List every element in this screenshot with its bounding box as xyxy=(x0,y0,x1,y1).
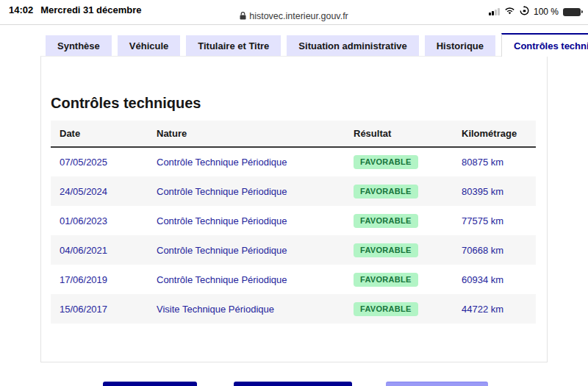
table-row: 04/06/2021 Contrôle Technique Périodique… xyxy=(51,235,536,265)
bottom-action-button-3[interactable] xyxy=(386,382,488,386)
bottom-action-button-2[interactable] xyxy=(234,382,352,386)
tab-controles-techniques[interactable]: Contrôles techniques xyxy=(501,33,588,57)
lock-icon xyxy=(240,12,246,20)
tab-synthese[interactable]: Synthèse xyxy=(46,35,112,56)
column-header-date: Date xyxy=(51,121,148,147)
cell-kilometrage: 60934 km xyxy=(453,265,536,294)
table-row: 07/05/2025 Contrôle Technique Périodique… xyxy=(51,147,536,176)
page-title: Contrôles techniques xyxy=(51,95,201,112)
cell-nature: Contrôle Technique Périodique xyxy=(148,147,345,176)
cell-kilometrage: 80395 km xyxy=(453,176,536,206)
cell-date: 24/05/2024 xyxy=(51,176,148,206)
table-row: 15/06/2017 Visite Technique Périodique F… xyxy=(51,294,536,324)
bottom-action-button-1[interactable] xyxy=(103,382,197,386)
cell-date: 17/06/2019 xyxy=(51,265,148,294)
column-header-kilometrage: Kilométrage xyxy=(453,121,536,147)
ipad-safari-screen: 14:02 Mercredi 31 décembre 100 % xyxy=(0,0,588,386)
column-header-resultat: Résultat xyxy=(345,121,453,147)
url-text: histovec.interieur.gouv.fr xyxy=(249,11,348,21)
tab-vehicule[interactable]: Véhicule xyxy=(118,35,180,56)
table-row: 17/06/2019 Contrôle Technique Périodique… xyxy=(51,265,536,294)
tab-titulaire-et-titre[interactable]: Titulaire et Titre xyxy=(186,35,281,56)
status-badge: FAVORABLE xyxy=(354,155,418,169)
tab-historique[interactable]: Historique xyxy=(425,35,495,56)
address-bar[interactable]: histovec.interieur.gouv.fr xyxy=(0,10,588,24)
status-badge: FAVORABLE xyxy=(354,185,418,199)
cell-nature: Contrôle Technique Périodique xyxy=(148,206,345,235)
status-badge: FAVORABLE xyxy=(354,302,418,316)
status-badge: FAVORABLE xyxy=(354,243,418,257)
table-header-row: Date Nature Résultat Kilométrage xyxy=(51,121,536,147)
cell-date: 04/06/2021 xyxy=(51,235,148,265)
cell-kilometrage: 80875 km xyxy=(453,147,536,176)
tab-situation-administrative[interactable]: Situation administrative xyxy=(287,35,418,56)
cell-kilometrage: 44722 km xyxy=(453,294,536,324)
cell-nature: Contrôle Technique Périodique xyxy=(148,176,345,206)
cell-nature: Contrôle Technique Périodique xyxy=(148,235,345,265)
status-badge: FAVORABLE xyxy=(354,214,418,228)
status-badge: FAVORABLE xyxy=(354,273,418,287)
table-row: 01/06/2023 Contrôle Technique Périodique… xyxy=(51,206,536,235)
cell-kilometrage: 77575 km xyxy=(453,206,536,235)
cell-date: 01/06/2023 xyxy=(51,206,148,235)
cell-kilometrage: 70668 km xyxy=(453,235,536,265)
table-row: 24/05/2024 Contrôle Technique Périodique… xyxy=(51,176,536,206)
browser-divider xyxy=(0,24,588,25)
tab-strip: Synthèse Véhicule Titulaire et Titre Sit… xyxy=(46,33,588,57)
column-header-nature: Nature xyxy=(148,121,345,147)
inspections-table: Date Nature Résultat Kilométrage 07/05/2… xyxy=(51,121,536,324)
cell-date: 07/05/2025 xyxy=(51,147,148,176)
cell-date: 15/06/2017 xyxy=(51,294,148,324)
content-card: Contrôles techniques Date Nature Résulta… xyxy=(40,56,548,362)
cell-nature: Contrôle Technique Périodique xyxy=(148,265,345,294)
cell-nature: Visite Technique Périodique xyxy=(148,294,345,324)
